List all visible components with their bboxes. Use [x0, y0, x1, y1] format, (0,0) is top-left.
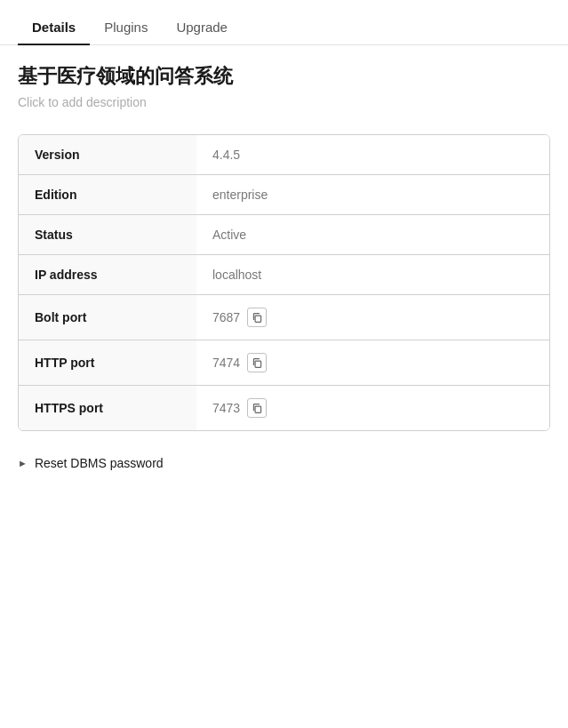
svg-rect-2 — [255, 406, 261, 412]
value-status: Active — [196, 215, 549, 254]
value-version: 4.4.5 — [196, 135, 549, 174]
tab-bar: DetailsPluginsUpgrade — [0, 9, 568, 45]
value-text-bolt-port: 7687 — [212, 310, 240, 324]
reset-password-label: Reset DBMS password — [35, 456, 164, 470]
value-text-https-port: 7473 — [212, 401, 240, 415]
value-ip-address: localhost — [196, 255, 549, 294]
table-row: Version4.4.5 — [19, 135, 549, 175]
value-text-http-port: 7474 — [212, 356, 240, 370]
value-edition: enterprise — [196, 175, 549, 214]
main-content: 基于医疗领域的问答系统 Click to add description Ver… — [0, 45, 568, 492]
tab-details[interactable]: Details — [18, 9, 90, 45]
copy-button[interactable] — [247, 353, 267, 372]
table-row: StatusActive — [19, 215, 549, 255]
tab-plugins[interactable]: Plugins — [90, 9, 162, 45]
value-text-edition: enterprise — [212, 188, 268, 202]
table-row: HTTP port7474 — [19, 340, 549, 386]
svg-rect-0 — [255, 316, 261, 322]
description-placeholder[interactable]: Click to add description — [18, 95, 550, 109]
project-title: 基于医疗领域的问答系统 — [18, 63, 550, 90]
tab-upgrade[interactable]: Upgrade — [162, 9, 242, 45]
value-https-port: 7473 — [196, 386, 549, 430]
copy-button[interactable] — [247, 398, 267, 418]
value-http-port: 7474 — [196, 340, 549, 385]
svg-rect-1 — [255, 361, 261, 367]
label-edition: Edition — [19, 175, 196, 214]
value-text-status: Active — [212, 228, 246, 242]
label-https-port: HTTPS port — [19, 386, 196, 430]
table-row: Bolt port7687 — [19, 295, 549, 340]
value-text-ip-address: localhost — [212, 268, 261, 282]
label-version: Version — [19, 135, 196, 174]
value-bolt-port: 7687 — [196, 295, 549, 340]
label-status: Status — [19, 215, 196, 254]
label-http-port: HTTP port — [19, 340, 196, 385]
table-row: HTTPS port7473 — [19, 386, 549, 430]
table-row: Editionenterprise — [19, 175, 549, 215]
info-table: Version4.4.5EditionenterpriseStatusActiv… — [18, 134, 550, 431]
label-bolt-port: Bolt port — [19, 295, 196, 340]
copy-button[interactable] — [247, 308, 267, 327]
table-row: IP addresslocalhost — [19, 255, 549, 295]
label-ip-address: IP address — [19, 255, 196, 294]
chevron-right-icon: ► — [18, 458, 28, 468]
value-text-version: 4.4.5 — [212, 148, 240, 162]
reset-password-section[interactable]: ► Reset DBMS password — [18, 452, 550, 474]
